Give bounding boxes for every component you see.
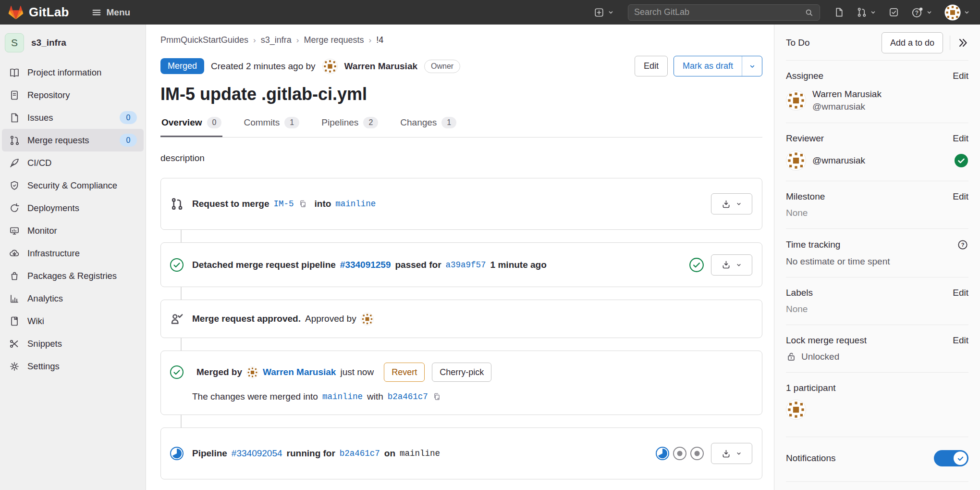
avatar[interactable] xyxy=(786,400,806,420)
merge-requests-shortcut-button[interactable] xyxy=(856,7,877,18)
on-text: on xyxy=(384,448,395,459)
search-input[interactable] xyxy=(634,7,804,17)
user-menu-button[interactable] xyxy=(944,4,970,21)
todo-label: To Do xyxy=(786,38,810,48)
milestone-edit-button[interactable]: Edit xyxy=(953,191,968,202)
time-tracking-help-icon[interactable]: ? xyxy=(957,239,968,251)
sidebar-item-settings[interactable]: Settings xyxy=(0,355,146,377)
sidebar-item-merge-requests[interactable]: Merge requests 0 xyxy=(2,129,144,151)
lock-open-icon xyxy=(786,352,796,362)
issues-shortcut-button[interactable] xyxy=(833,7,845,18)
reviewer-edit-button[interactable]: Edit xyxy=(953,133,968,144)
pipeline-link[interactable]: #334091259 xyxy=(340,260,391,270)
participants-section: 1 participant xyxy=(786,372,968,430)
branch-name: mainline xyxy=(400,449,440,458)
lock-edit-button[interactable]: Edit xyxy=(953,335,968,346)
merged-time: just now xyxy=(340,367,374,377)
merge-commit-link[interactable]: b2a461c7 xyxy=(388,392,428,402)
project-scope-header[interactable]: S s3_infra xyxy=(0,31,146,61)
sidebar-item-label: Wiki xyxy=(27,316,44,327)
sidebar-item-cicd[interactable]: CI/CD xyxy=(0,151,146,174)
pipeline-link[interactable]: #334092054 xyxy=(232,448,282,459)
target-branch-link[interactable]: mainline xyxy=(322,392,363,402)
sidebar-item-label: Packages & Registries xyxy=(27,271,117,281)
author-link[interactable]: Warren Marusiak xyxy=(344,61,417,72)
avatar[interactable] xyxy=(322,59,338,74)
tab-pipelines[interactable]: Pipelines 2 xyxy=(320,117,379,137)
avatar[interactable] xyxy=(786,151,806,171)
widget-connector xyxy=(181,287,182,300)
request-to-merge-widget: Request to merge IM-5 into mainline xyxy=(160,178,762,230)
into-text: into xyxy=(315,199,331,209)
sidebar-item-security-compliance[interactable]: Security & Compliance xyxy=(0,174,146,197)
pipeline-text: Pipeline xyxy=(192,448,227,459)
copy-commit-icon[interactable] xyxy=(432,392,441,402)
sidebar-item-project-information[interactable]: Project information xyxy=(0,61,146,84)
check-icon xyxy=(956,454,965,463)
approved-text: Merge request approved. xyxy=(192,314,301,324)
merged-check-icon xyxy=(170,365,184,379)
merger-link[interactable]: Warren Marusiak xyxy=(263,367,336,377)
global-search[interactable] xyxy=(628,4,820,21)
download-dropdown-button[interactable] xyxy=(711,193,752,214)
assignee-name[interactable]: Warren Marusiak xyxy=(812,88,882,101)
todos-shortcut-button[interactable] xyxy=(888,7,899,18)
edit-button[interactable]: Edit xyxy=(635,56,668,76)
sidebar-item-repository[interactable]: Repository xyxy=(0,84,146,106)
sidebar-item-wiki[interactable]: Wiki xyxy=(0,310,146,332)
sidebar-item-snippets[interactable]: Snippets xyxy=(0,332,146,355)
mark-as-draft-label[interactable]: Mark as draft xyxy=(674,56,742,76)
breadcrumb-project[interactable]: s3_infra xyxy=(261,35,292,45)
reviewer-username[interactable]: @wmarusiak xyxy=(812,155,865,166)
add-todo-button[interactable]: Add a to do xyxy=(882,32,943,53)
tab-overview[interactable]: Overview 0 xyxy=(160,117,222,137)
chart-icon xyxy=(9,293,20,304)
help-menu-button[interactable]: ? xyxy=(911,6,933,19)
time-tracking-section: Time tracking ? No estimate or time spen… xyxy=(786,228,968,277)
labels-value: None xyxy=(786,304,968,314)
menu-button[interactable]: Menu xyxy=(91,7,131,18)
sidebar-item-infrastructure[interactable]: Infrastructure xyxy=(0,242,146,264)
milestone-value: None xyxy=(786,208,968,218)
revert-button[interactable]: Revert xyxy=(384,363,425,382)
avatar[interactable] xyxy=(361,313,374,326)
mark-as-draft-button[interactable]: Mark as draft xyxy=(674,56,762,76)
download-dropdown-button[interactable] xyxy=(711,443,752,464)
commit-link[interactable]: b2a461c7 xyxy=(340,449,380,458)
collapse-sidebar-button[interactable] xyxy=(957,37,968,49)
breadcrumb-group[interactable]: PmmQuickStartGuides xyxy=(160,35,248,45)
target-branch-link[interactable]: mainline xyxy=(335,199,376,209)
pipeline-passed-icon xyxy=(170,258,184,272)
notebook-icon xyxy=(9,315,20,327)
notifications-toggle[interactable] xyxy=(934,450,968,466)
stage-pending-icon[interactable] xyxy=(673,446,687,461)
breadcrumb-merge-requests[interactable]: Merge requests xyxy=(304,35,364,45)
draft-dropdown-caret[interactable] xyxy=(742,56,762,76)
new-menu-button[interactable] xyxy=(594,7,614,18)
tab-commits[interactable]: Commits 1 xyxy=(243,117,300,137)
avatar[interactable] xyxy=(246,366,258,378)
double-chevron-right-icon xyxy=(957,37,968,49)
chevron-down-icon xyxy=(870,9,877,16)
copy-branch-icon[interactable] xyxy=(298,200,307,209)
stage-pending-icon[interactable] xyxy=(690,446,704,461)
cherry-pick-button[interactable]: Cherry-pick xyxy=(432,363,491,382)
assignee-edit-button[interactable]: Edit xyxy=(953,71,968,81)
avatar[interactable] xyxy=(786,90,806,111)
participants-title: 1 participant xyxy=(786,383,968,393)
commit-link[interactable]: a39a9f57 xyxy=(446,260,486,270)
source-branch-link[interactable]: IM-5 xyxy=(273,199,294,209)
sidebar-item-issues[interactable]: Issues 0 xyxy=(0,106,146,129)
sidebar-item-monitor[interactable]: Monitor xyxy=(0,219,146,242)
sidebar-item-deployments[interactable]: Deployments xyxy=(0,197,146,219)
sidebar-item-packages-registries[interactable]: Packages & Registries xyxy=(0,264,146,287)
download-icon xyxy=(721,449,731,459)
tab-changes[interactable]: Changes 1 xyxy=(399,117,457,137)
sidebar-item-analytics[interactable]: Analytics xyxy=(0,287,146,310)
download-dropdown-button[interactable] xyxy=(711,254,752,276)
labels-edit-button[interactable]: Edit xyxy=(953,288,968,298)
stage-running-icon[interactable] xyxy=(655,446,670,461)
mr-description: description xyxy=(160,153,762,163)
gitlab-logo[interactable]: GitLab xyxy=(8,4,69,21)
reviewer-title: Reviewer xyxy=(786,133,824,144)
